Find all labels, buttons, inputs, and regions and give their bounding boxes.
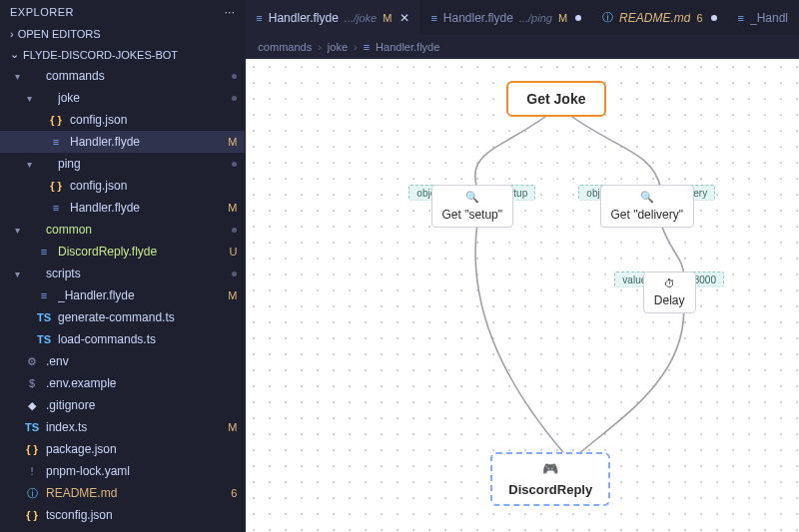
breadcrumb-item[interactable]: commands xyxy=(258,41,312,53)
git-badge: M xyxy=(228,289,237,301)
tab-handler-flyde[interactable]: ≡Handler.flyde.../pingM xyxy=(420,0,592,35)
tab-badge: 6 xyxy=(696,12,702,24)
modified-dot-icon xyxy=(232,162,237,167)
explorer-title: EXPLORER xyxy=(10,6,74,18)
tree-item-label: README.md xyxy=(46,486,227,500)
tree-item-pnpm-lock-yaml[interactable]: !pnpm-lock.yaml xyxy=(0,460,245,482)
flyde-icon: ≡ xyxy=(48,202,64,214)
tree-item--env[interactable]: ⚙.env xyxy=(0,350,245,372)
json-icon: { } xyxy=(24,509,40,521)
chevron-right-icon: › xyxy=(10,28,14,40)
breadcrumb-separator: › xyxy=(354,41,358,53)
tab-name: _Handl xyxy=(750,11,788,25)
tab--handl[interactable]: ≡_Handl xyxy=(728,0,799,35)
tree-item-handler-flyde[interactable]: ≡Handler.flydeM xyxy=(0,197,245,219)
tree-item-label: common xyxy=(46,223,228,237)
modified-dot-icon xyxy=(232,271,237,276)
lock-icon: ! xyxy=(24,465,40,477)
project-name: FLYDE-DISCORD-JOKES-BOT xyxy=(23,49,178,61)
tree-item--gitignore[interactable]: ◆.gitignore xyxy=(0,394,245,416)
tree-item-label: package.json xyxy=(46,442,237,456)
tree-item-label: load-commands.ts xyxy=(58,332,237,346)
node-get-setup[interactable]: object attribute :setup 🔍 Get "setup" xyxy=(408,185,535,203)
flyde-icon: ≡ xyxy=(430,12,436,24)
tab-readme-md[interactable]: ⓘREADME.md6 xyxy=(592,0,727,35)
chevron-down-icon: ⌄ xyxy=(10,48,19,61)
flyde-canvas[interactable]: Get Joke object attribute :setup 🔍 Get "… xyxy=(246,59,799,532)
git-badge: M xyxy=(228,202,237,214)
modified-dot-icon xyxy=(232,96,237,101)
tab-name: Handler.flyde xyxy=(443,11,513,25)
tree-item-commands[interactable]: ▾commands xyxy=(0,65,245,87)
node-get-joke[interactable]: Get Joke xyxy=(506,81,605,117)
modified-dot-icon xyxy=(711,15,717,21)
json-icon: { } xyxy=(24,443,40,455)
breadcrumb-item[interactable]: joke xyxy=(328,41,348,53)
node-get-delivery[interactable]: object attribute :delivery 🔍 Get "delive… xyxy=(578,185,715,203)
tree-item-label: Handler.flyde xyxy=(70,201,224,215)
explorer-header: EXPLORER ··· xyxy=(0,0,245,24)
tree-item--env-example[interactable]: $.env.example xyxy=(0,372,245,394)
editor-area: ≡Handler.flyde.../jokeM✕≡Handler.flyde..… xyxy=(246,0,799,532)
tree-item-label: _Handler.flyde xyxy=(58,288,224,302)
open-editors-section[interactable]: › OPEN EDITORS xyxy=(0,24,245,44)
tree-item-joke[interactable]: ▾joke xyxy=(0,87,245,109)
tree-item-config-json[interactable]: { }config.json xyxy=(0,109,245,131)
ts-icon: TS xyxy=(24,421,40,433)
gear-icon: ⚙ xyxy=(24,355,40,368)
tree-item-load-commands-ts[interactable]: TSload-commands.ts xyxy=(0,328,245,350)
more-icon[interactable]: ··· xyxy=(225,6,236,18)
ts-icon: TS xyxy=(36,311,52,323)
node-delay[interactable]: value delay :3000 ⏱ Delay xyxy=(614,271,724,289)
tree-item-discordreply-flyde[interactable]: ≡DiscordReply.flydeU xyxy=(0,241,245,263)
json-icon: { } xyxy=(48,114,64,126)
tree-item-scripts[interactable]: ▾scripts xyxy=(0,263,245,284)
file-tree: ▾commands▾joke{ }config.json≡Handler.fly… xyxy=(0,65,245,532)
git-badge: M xyxy=(228,421,237,433)
tab-hint: .../ping xyxy=(519,12,552,24)
tree-item--handler-flyde[interactable]: ≡_Handler.flydeM xyxy=(0,284,245,306)
dollar-icon: $ xyxy=(24,377,40,389)
tree-item-label: .env.example xyxy=(46,376,237,390)
tree-item-label: config.json xyxy=(70,179,237,193)
tree-item-ping[interactable]: ▾ping xyxy=(0,153,245,175)
tree-item-label: Handler.flyde xyxy=(70,135,224,149)
tree-item-package-json[interactable]: { }package.json xyxy=(0,438,245,460)
node-label: Get "delivery" xyxy=(611,208,684,222)
flyde-icon: ≡ xyxy=(36,246,52,258)
tab-handler-flyde[interactable]: ≡Handler.flyde.../jokeM✕ xyxy=(246,0,420,35)
node-discord-reply[interactable]: 🎮 DiscordReply xyxy=(490,452,610,506)
chevron-icon: ▾ xyxy=(10,225,24,236)
tree-item-handler-flyde[interactable]: ≡Handler.flydeM xyxy=(0,131,245,153)
breadcrumb-separator: › xyxy=(318,41,322,53)
tree-item-index-ts[interactable]: TSindex.tsM xyxy=(0,416,245,438)
tree-item-label: config.json xyxy=(70,113,237,127)
clock-icon: ⏱ xyxy=(664,277,675,289)
flyde-icon: ≡ xyxy=(256,12,262,24)
close-icon[interactable]: ✕ xyxy=(400,11,409,25)
tree-item-label: DiscordReply.flyde xyxy=(58,245,225,259)
tree-item-label: .env xyxy=(46,354,237,368)
ts-icon: TS xyxy=(36,333,52,345)
flyde-icon: ≡ xyxy=(48,136,64,148)
tree-item-tsconfig-json[interactable]: { }tsconfig.json xyxy=(0,504,245,526)
project-section[interactable]: ⌄ FLYDE-DISCORD-JOKES-BOT xyxy=(0,44,245,65)
tree-item-config-json[interactable]: { }config.json xyxy=(0,175,245,197)
search-icon: 🔍 xyxy=(465,191,479,204)
modified-dot-icon xyxy=(232,228,237,233)
tree-item-common[interactable]: ▾common xyxy=(0,219,245,241)
chevron-icon: ▾ xyxy=(22,93,36,104)
tab-hint: .../joke xyxy=(345,12,377,24)
info-icon: ⓘ xyxy=(602,10,613,25)
node-label: Delay xyxy=(654,293,685,307)
explorer-sidebar: EXPLORER ··· › OPEN EDITORS ⌄ FLYDE-DISC… xyxy=(0,0,246,532)
modified-dot-icon xyxy=(232,74,237,79)
git-icon: ◆ xyxy=(24,399,40,412)
chevron-icon: ▾ xyxy=(22,159,36,170)
breadcrumb-item[interactable]: Handler.flyde xyxy=(376,41,439,53)
tree-item-label: scripts xyxy=(46,266,228,280)
tree-item-readme-md[interactable]: ⓘREADME.md6 xyxy=(0,482,245,504)
search-icon: 🔍 xyxy=(640,191,654,204)
tree-item-generate-command-ts[interactable]: TSgenerate-command.ts xyxy=(0,306,245,328)
chevron-icon: ▾ xyxy=(10,71,24,82)
